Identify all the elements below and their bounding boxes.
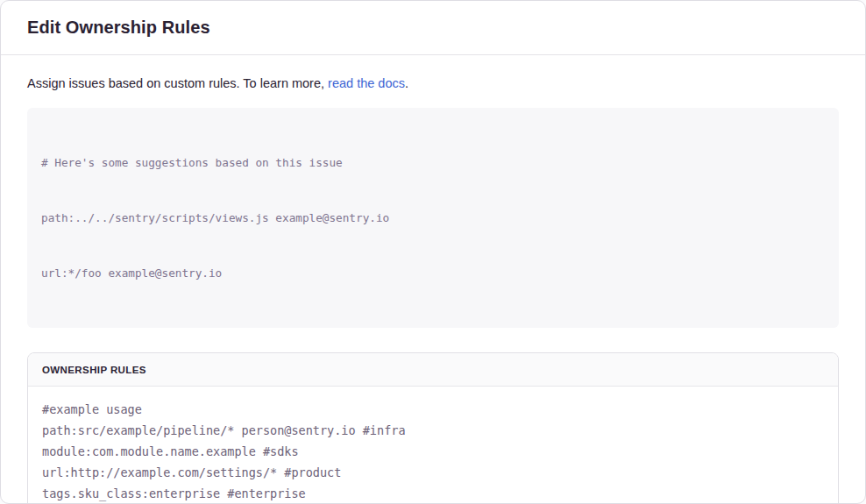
- suggestion-url-line: url:*/foo example@sentry.io: [41, 264, 825, 282]
- description-prefix: Assign issues based on custom rules. To …: [27, 76, 328, 90]
- suggestion-path-line: path:../../sentry/scripts/views.js examp…: [41, 209, 825, 227]
- ownership-rules-panel: OWNERSHIP RULES #example usage path:src/…: [27, 352, 839, 504]
- read-the-docs-link[interactable]: read the docs: [328, 76, 405, 90]
- modal-header: Edit Ownership Rules: [1, 1, 865, 55]
- ownership-rules-panel-header: OWNERSHIP RULES: [28, 353, 838, 387]
- suggestion-comment-line: # Here's some suggestions based on this …: [41, 153, 825, 172]
- description-suffix: .: [405, 76, 408, 90]
- suggestions-code-block: # Here's some suggestions based on this …: [27, 108, 839, 328]
- modal-body: Assign issues based on custom rules. To …: [1, 55, 865, 504]
- edit-ownership-rules-modal: Edit Ownership Rules Assign issues based…: [0, 0, 866, 504]
- description-text: Assign issues based on custom rules. To …: [27, 75, 839, 92]
- ownership-rules-textarea[interactable]: #example usage path:src/example/pipeline…: [28, 387, 838, 504]
- modal-title: Edit Ownership Rules: [27, 18, 839, 37]
